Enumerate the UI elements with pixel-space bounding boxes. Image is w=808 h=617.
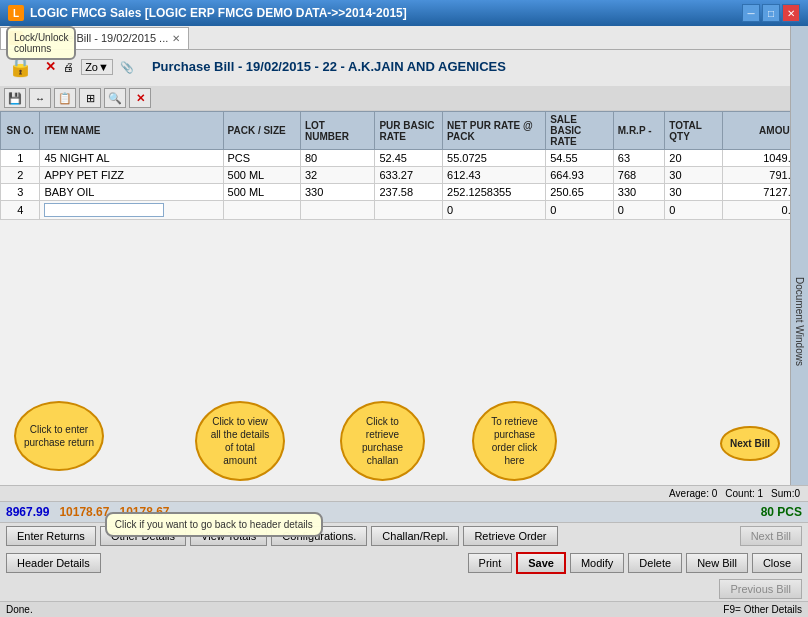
delete-icon[interactable]: ✕ — [45, 59, 56, 74]
print-button[interactable]: Print — [468, 553, 513, 573]
status-text: Done. — [6, 604, 33, 615]
count-info: Count: 1 — [725, 488, 763, 499]
row2-netpur: 612.43 — [443, 167, 546, 184]
summary-val1[interactable]: 8967.99 — [6, 505, 49, 519]
col-netpur: NET PUR RATE @ PACK — [443, 112, 546, 150]
row2-qty: 30 — [665, 167, 723, 184]
row3-sn: 3 — [1, 184, 40, 201]
retrieve-order-callout-text: To retrieve purchase order click here — [491, 415, 538, 467]
row2-mrp: 768 — [613, 167, 665, 184]
row4-purrate — [375, 201, 443, 220]
items-table-area: SN O. ITEM NAME PACK / SIZE LOT NUMBER P… — [0, 111, 808, 220]
delete-button[interactable]: Delete — [628, 553, 682, 573]
tab-bar: P Purchase Bill - 19/02/2015 ... ✕ — [0, 26, 808, 50]
row1-netpur: 55.0725 — [443, 150, 546, 167]
attach-icon[interactable]: 📎 — [120, 61, 134, 73]
other-details-button[interactable]: Other Details — [100, 526, 186, 546]
row2-purrate: 633.27 — [375, 167, 443, 184]
row1-purrate: 52.45 — [375, 150, 443, 167]
row1-pack: PCS — [223, 150, 300, 167]
row1-item[interactable]: 45 NIGHT AL — [40, 150, 223, 167]
table-row: 4 0 0 0 0 0.00 — [1, 201, 808, 220]
lock-unlock-icon[interactable]: 🔒 — [8, 55, 33, 77]
row4-lot — [300, 201, 374, 220]
summary-val2[interactable]: 10178.67 — [59, 505, 109, 519]
grid-toolbar-btn[interactable]: ⊞ — [79, 88, 101, 108]
row4-qty: 0 — [665, 201, 723, 220]
new-bill-button[interactable]: New Bill — [686, 553, 748, 573]
prev-bill-row: Previous Bill — [0, 577, 808, 601]
tab-close-button[interactable]: ✕ — [172, 33, 180, 44]
enter-return-callout: Click to enter purchase return — [14, 401, 104, 471]
view-totals-button[interactable]: View Totals — [190, 526, 267, 546]
row2-sn: 2 — [1, 167, 40, 184]
app-icon: L — [8, 5, 24, 21]
minimize-button[interactable]: ─ — [742, 4, 760, 22]
purchase-bill-tab[interactable]: P Purchase Bill - 19/02/2015 ... ✕ — [0, 27, 189, 49]
col-item: ITEM NAME — [40, 112, 223, 150]
close-window-button[interactable]: ✕ — [782, 4, 800, 22]
tab-label: Purchase Bill - 19/02/2015 ... — [27, 32, 168, 44]
total-amount-callout-text: Click to view all the details of total a… — [211, 415, 269, 467]
row3-purrate: 237.58 — [375, 184, 443, 201]
bottom-area: Average: 0 Count: 1 Sum:0 8967.99 10178.… — [0, 485, 808, 617]
retrieve-challan-callout: Click to retrieve purchase challan — [340, 401, 425, 481]
toolbar2: 💾 ↔ 📋 ⊞ 🔍 ✕ — [0, 86, 808, 111]
window-controls: ─ □ ✕ — [742, 4, 800, 22]
col-mrp: M.R.P - — [613, 112, 665, 150]
row2-item[interactable]: APPY PET FIZZ — [40, 167, 223, 184]
nav-toolbar-btn[interactable]: ↔ — [29, 88, 51, 108]
summary-qty: 80 PCS — [761, 505, 802, 519]
col-lot: LOT NUMBER — [300, 112, 374, 150]
next-bill-callout-text: Next Bill — [730, 438, 770, 449]
row1-mrp: 63 — [613, 150, 665, 167]
header-details-button[interactable]: Header Details — [6, 553, 101, 573]
row1-lot: 80 — [300, 150, 374, 167]
button-row-1: Enter Returns Other Details View Totals … — [0, 523, 808, 549]
challan-repl-button[interactable]: Challan/Repl. — [371, 526, 459, 546]
row3-item[interactable]: BABY OIL — [40, 184, 223, 201]
row4-item-input[interactable] — [44, 203, 164, 217]
status-bar: Done. F9= Other Details — [0, 601, 808, 617]
row2-lot: 32 — [300, 167, 374, 184]
row3-mrp: 330 — [613, 184, 665, 201]
info-strip: Average: 0 Count: 1 Sum:0 — [0, 485, 808, 501]
row3-qty: 30 — [665, 184, 723, 201]
configurations-button[interactable]: Configurations. — [271, 526, 367, 546]
title-bar: L LOGIC FMCG Sales [LOGIC ERP FMCG DEMO … — [0, 0, 808, 26]
retrieve-challan-callout-text: Click to retrieve purchase challan — [362, 415, 403, 467]
previous-bill-button[interactable]: Previous Bill — [719, 579, 802, 599]
row3-netpur: 252.1258355 — [443, 184, 546, 201]
row4-item[interactable] — [40, 201, 223, 220]
close-toolbar-btn[interactable]: ✕ — [129, 88, 151, 108]
row2-pack: 500 ML — [223, 167, 300, 184]
row4-pack — [223, 201, 300, 220]
save-button[interactable]: Save — [516, 552, 566, 574]
enter-returns-button[interactable]: Enter Returns — [6, 526, 96, 546]
window-title: Purchase Bill - 19/02/2015 - 22 - A.K.JA… — [152, 59, 506, 74]
zoom-dropdown[interactable]: Zo▼ — [81, 59, 113, 75]
save-toolbar-btn[interactable]: 💾 — [4, 88, 26, 108]
summary-row: 8967.99 10178.67 10178.67 80 PCS — [0, 501, 808, 523]
modify-button[interactable]: Modify — [570, 553, 624, 573]
table-row: 1 45 NIGHT AL PCS 80 52.45 55.0725 54.55… — [1, 150, 808, 167]
copy-toolbar-btn[interactable]: 📋 — [54, 88, 76, 108]
tab-icon: P — [9, 31, 23, 45]
row1-sn: 1 — [1, 150, 40, 167]
search-toolbar-btn[interactable]: 🔍 — [104, 88, 126, 108]
summary-val3[interactable]: 10178.67 — [119, 505, 169, 519]
close-button[interactable]: Close — [752, 553, 802, 573]
retrieve-order-callout: To retrieve purchase order click here — [472, 401, 557, 481]
maximize-button[interactable]: □ — [762, 4, 780, 22]
next-bill-button[interactable]: Next Bill — [740, 526, 802, 546]
col-qty: TOTAL QTY — [665, 112, 723, 150]
average-info: Average: 0 — [669, 488, 717, 499]
row4-netpur: 0 — [443, 201, 546, 220]
print-icon[interactable]: 🖨 — [63, 61, 74, 73]
row2-sale: 664.93 — [546, 167, 614, 184]
row3-pack: 500 ML — [223, 184, 300, 201]
window-header: Lock/Unlock columns 🔒 ✕ 🖨 Zo▼ 📎 Purchase… — [0, 50, 808, 86]
retrieve-order-button[interactable]: Retrieve Order — [463, 526, 557, 546]
row3-lot: 330 — [300, 184, 374, 201]
main-window: Document Windows P Purchase Bill - 19/02… — [0, 26, 808, 617]
